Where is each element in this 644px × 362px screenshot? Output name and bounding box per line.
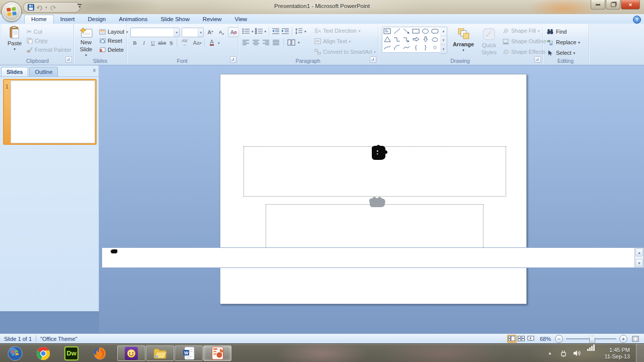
grow-font-button[interactable]: A▴ bbox=[206, 28, 215, 37]
align-right-icon[interactable] bbox=[262, 39, 270, 46]
columns-icon[interactable] bbox=[287, 39, 295, 46]
reset-button[interactable]: Reset bbox=[99, 36, 128, 45]
shrink-font-button[interactable]: A▾ bbox=[217, 28, 226, 37]
undo-icon[interactable] bbox=[36, 5, 43, 11]
decrease-indent-icon[interactable] bbox=[272, 28, 280, 35]
replace-button[interactable]: abacReplace▾ bbox=[546, 38, 580, 47]
normal-view-button[interactable] bbox=[507, 335, 517, 343]
redo-icon[interactable] bbox=[49, 5, 56, 11]
shape-right-brace-icon[interactable]: } bbox=[425, 45, 427, 50]
shape-textbox-icon[interactable] bbox=[383, 28, 391, 34]
character-spacing-button[interactable]: AV↔ bbox=[178, 38, 191, 47]
paste-button[interactable]: Paste ▾ bbox=[6, 26, 24, 51]
justify-icon[interactable] bbox=[272, 39, 280, 46]
tab-review[interactable]: Review bbox=[196, 15, 228, 24]
shapes-gallery[interactable]: { } ☆ bbox=[382, 27, 441, 53]
copy-button[interactable]: Copy bbox=[27, 36, 71, 45]
shape-down-arrow-icon[interactable] bbox=[423, 36, 429, 42]
shapes-scroll-up-button[interactable]: ▲ bbox=[440, 27, 447, 36]
underline-button[interactable]: U bbox=[148, 38, 157, 47]
shape-triangle-icon[interactable] bbox=[384, 36, 391, 42]
bullets-icon[interactable] bbox=[242, 28, 250, 35]
outline-tab[interactable]: Outline bbox=[29, 67, 58, 76]
drawing-dialog-launcher[interactable] bbox=[534, 56, 541, 63]
start-button[interactable] bbox=[1, 345, 29, 361]
shape-star-icon[interactable]: ☆ bbox=[433, 45, 438, 50]
bold-button[interactable]: B bbox=[130, 38, 139, 47]
volume-tray-icon[interactable] bbox=[573, 344, 582, 362]
numbering-icon[interactable] bbox=[255, 28, 263, 35]
clear-formatting-button[interactable]: A bbox=[228, 27, 239, 37]
notes-scroll-up-button[interactable]: ▲ bbox=[635, 248, 643, 256]
line-spacing-caret-icon[interactable]: ▾ bbox=[304, 30, 306, 33]
theme-name[interactable]: "Office Theme" bbox=[40, 336, 77, 342]
slide-sorter-view-button[interactable] bbox=[517, 335, 526, 343]
font-color-button[interactable]: A bbox=[206, 38, 218, 47]
shape-cloud-icon[interactable] bbox=[431, 36, 439, 42]
yahoo-messenger-taskbar-button[interactable] bbox=[117, 345, 145, 361]
tab-animations[interactable]: Animations bbox=[112, 15, 154, 24]
hidden-icons-button[interactable]: ▲ bbox=[548, 344, 552, 362]
increase-indent-icon[interactable] bbox=[281, 28, 289, 35]
shape-oval-icon[interactable] bbox=[422, 28, 429, 34]
close-button[interactable]: × bbox=[621, 0, 640, 10]
align-center-icon[interactable] bbox=[252, 39, 260, 46]
office-button[interactable] bbox=[2, 2, 22, 22]
word-taskbar-button[interactable]: W bbox=[175, 345, 203, 361]
zoom-slider-thumb[interactable] bbox=[589, 336, 595, 343]
font-dialog-launcher[interactable] bbox=[230, 56, 236, 63]
text-shadow-button[interactable]: S bbox=[167, 38, 176, 47]
minimize-button[interactable] bbox=[591, 0, 605, 10]
notes-scrollbar[interactable]: ▲ ▼ bbox=[634, 248, 643, 267]
paragraph-dialog-launcher[interactable] bbox=[370, 56, 376, 63]
slides-tab[interactable]: Slides bbox=[1, 67, 28, 76]
show-desktop-button[interactable] bbox=[636, 344, 644, 362]
zoom-in-button[interactable]: + bbox=[619, 335, 627, 343]
text-direction-button[interactable]: AText Direction▾ bbox=[314, 26, 376, 35]
powerpoint-taskbar-button[interactable] bbox=[203, 345, 231, 361]
slide-thumbnail-selected[interactable]: 1 bbox=[3, 79, 97, 145]
arrange-button[interactable]: Arrange ▾ bbox=[451, 27, 475, 52]
undo-dropdown-icon[interactable]: ▾ bbox=[45, 6, 47, 9]
panel-close-icon[interactable]: x bbox=[93, 67, 96, 73]
change-case-button[interactable]: Aa▾ bbox=[191, 38, 203, 47]
shape-rectangle-icon[interactable] bbox=[412, 28, 420, 34]
align-left-icon[interactable] bbox=[242, 39, 250, 46]
shape-right-arrow-icon[interactable] bbox=[413, 36, 420, 42]
power-tray-icon[interactable] bbox=[559, 344, 568, 362]
new-slide-button[interactable]: New Slide ▾ bbox=[76, 27, 96, 57]
shape-elbow-connector-icon[interactable] bbox=[393, 36, 400, 42]
tab-view[interactable]: View bbox=[228, 15, 254, 24]
shape-curve-icon[interactable] bbox=[403, 44, 410, 50]
format-painter-button[interactable]: Format Painter bbox=[27, 45, 71, 54]
shape-left-brace-icon[interactable]: { bbox=[415, 45, 417, 50]
slide-canvas[interactable] bbox=[220, 74, 527, 304]
explorer-taskbar-button[interactable] bbox=[146, 345, 174, 361]
shape-scribble-icon[interactable] bbox=[384, 44, 391, 50]
cut-button[interactable]: ✂Cut bbox=[27, 27, 71, 36]
network-tray-icon[interactable] bbox=[587, 344, 595, 351]
tab-slide-show[interactable]: Slide Show bbox=[154, 15, 196, 24]
firefox-taskbar-button[interactable] bbox=[86, 345, 114, 361]
tray-clock[interactable]: 1:45 PM 11-Sep-13 bbox=[604, 344, 630, 362]
bullets-caret-icon[interactable]: ▾ bbox=[252, 30, 254, 33]
fit-to-window-button[interactable] bbox=[630, 335, 640, 343]
shapes-gallery-more-button[interactable]: ▼ bbox=[440, 45, 447, 53]
quick-styles-button[interactable]: Quick Styles bbox=[477, 27, 501, 55]
save-icon[interactable] bbox=[28, 4, 34, 11]
notes-pane[interactable]: ▲ ▼ bbox=[102, 247, 644, 268]
shapes-scroll-down-button[interactable]: ▼ bbox=[440, 36, 447, 45]
dreamweaver-taskbar-button[interactable]: Dw bbox=[57, 345, 86, 361]
tab-home[interactable]: Home bbox=[24, 15, 54, 24]
font-name-combo[interactable]: ▾ bbox=[130, 28, 180, 37]
delete-button[interactable]: Delete bbox=[99, 45, 128, 54]
customize-qat-button[interactable]: ▾ bbox=[75, 3, 84, 11]
clipboard-dialog-launcher[interactable] bbox=[65, 56, 72, 63]
font-size-combo[interactable]: ▾ bbox=[182, 28, 204, 37]
restore-button[interactable] bbox=[606, 0, 620, 10]
strikethrough-button[interactable]: abe bbox=[157, 38, 167, 47]
find-button[interactable]: Find bbox=[546, 27, 580, 36]
zoom-level[interactable]: 68% bbox=[540, 336, 551, 342]
columns-caret-icon[interactable]: ▾ bbox=[298, 41, 300, 44]
slide-show-view-button[interactable] bbox=[526, 335, 536, 343]
